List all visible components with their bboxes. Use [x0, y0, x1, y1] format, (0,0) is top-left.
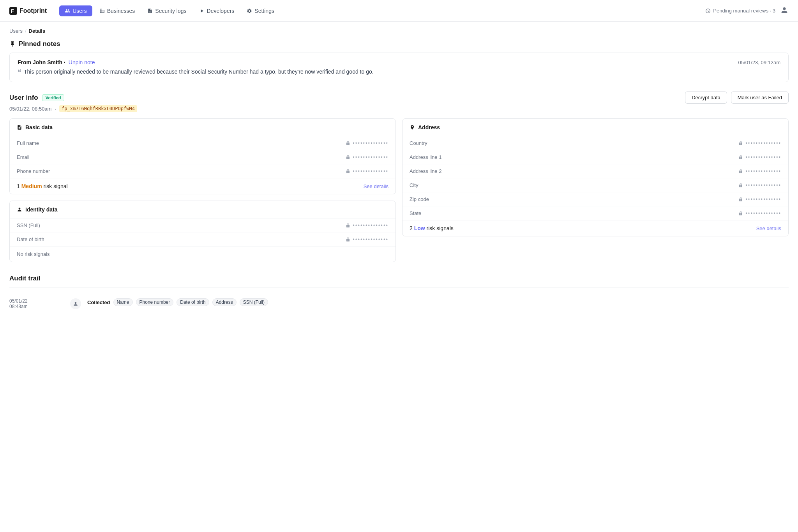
- identity-ssn-value: ••••••••••••••: [346, 222, 388, 228]
- nav-users-label: Users: [72, 8, 87, 14]
- identity-data-title: Identity data: [25, 206, 57, 213]
- identity-risk-text: No risk signals: [17, 251, 50, 257]
- lock-icon-3: [346, 169, 350, 174]
- decrypt-data-button[interactable]: Decrypt data: [685, 92, 727, 104]
- address-body: Country •••••••••••••• Address line 1 ••…: [403, 136, 788, 220]
- identity-data-header: Identity data: [10, 201, 395, 218]
- address-line1-row: Address line 1 ••••••••••••••: [403, 150, 788, 164]
- identity-dob-label: Date of birth: [17, 236, 44, 242]
- address-country-label: Country: [410, 140, 427, 146]
- address-zip-row: Zip code ••••••••••••••: [403, 192, 788, 206]
- address-risk-suffix: risk signals: [427, 225, 454, 231]
- basic-risk-level: Medium: [21, 183, 42, 189]
- nav-item-security-logs[interactable]: Security logs: [142, 5, 192, 16]
- nav-item-users[interactable]: Users: [59, 5, 92, 16]
- quote-icon: ❝: [18, 69, 21, 76]
- basic-see-details-link[interactable]: See details: [364, 183, 388, 189]
- basic-email-label: Email: [17, 154, 30, 160]
- lock-icon-11: [738, 211, 743, 216]
- identity-dob-row: Date of birth ••••••••••••••: [10, 233, 395, 246]
- nav-developers-label: Developers: [207, 8, 235, 14]
- basic-email-dots: ••••••••••••••: [353, 154, 388, 160]
- pinned-note-body: ❝ This person originally needed to be ma…: [18, 69, 780, 76]
- basic-full-name-row: Full name ••••••••••••••: [10, 136, 395, 150]
- audit-tag-phone: Phone number: [136, 298, 174, 306]
- address-line2-row: Address line 2 ••••••••••••••: [403, 164, 788, 178]
- nav-businesses-label: Businesses: [107, 8, 135, 14]
- lock-icon-8: [738, 169, 743, 174]
- audit-date: 05/01/22: [9, 298, 28, 304]
- address-city-value: ••••••••••••••: [738, 182, 781, 188]
- breadcrumb-parent[interactable]: Users: [9, 28, 23, 34]
- identity-ssn-label: SSN (Full): [17, 222, 40, 228]
- meta-separator: ·: [55, 106, 56, 112]
- pending-reviews-text: Pending manual reviews · 3: [713, 8, 775, 14]
- audit-title-text: Audit trail: [9, 275, 40, 282]
- address-country-value: ••••••••••••••: [738, 140, 781, 146]
- address-title: Address: [418, 124, 440, 130]
- address-country-row: Country ••••••••••••••: [403, 136, 788, 150]
- address-line1-value: ••••••••••••••: [738, 154, 781, 160]
- audit-content: Collected Name Phone number Date of birt…: [87, 298, 268, 306]
- basic-phone-value: ••••••••••••••: [346, 168, 388, 174]
- audit-tag-dob: Date of birth: [177, 298, 209, 306]
- identity-ssn-row: SSN (Full) ••••••••••••••: [10, 218, 395, 233]
- address-city-row: City ••••••••••••••: [403, 178, 788, 192]
- verified-badge: Verified: [42, 94, 65, 101]
- breadcrumb: Users / Details: [0, 22, 798, 37]
- collected-icon: [73, 301, 78, 307]
- user-actions: Decrypt data Mark user as Failed: [685, 92, 789, 104]
- basic-phone-label: Phone number: [17, 168, 50, 174]
- settings-icon: [247, 8, 252, 14]
- basic-risk-signal: 1 Medium risk signal: [17, 183, 68, 189]
- pin-icon: [9, 41, 16, 47]
- audit-circle: [70, 298, 81, 309]
- data-grid: Basic data Full name •••••••••••••• Emai…: [9, 118, 789, 262]
- nav-item-businesses[interactable]: Businesses: [94, 5, 141, 16]
- address-zip-label: Zip code: [410, 196, 429, 202]
- nav-settings-label: Settings: [254, 8, 274, 14]
- address-header: Address: [403, 119, 788, 136]
- unpin-link[interactable]: Unpin note: [69, 59, 95, 65]
- address-line2-label: Address line 2: [410, 168, 441, 174]
- address-state-label: State: [410, 210, 421, 216]
- fp-id[interactable]: fp_xm7T6MqhfRBkxL0DPOpfwM4: [59, 105, 137, 112]
- basic-email-value: ••••••••••••••: [346, 154, 388, 160]
- address-risk-signal: 2 Low risk signals: [410, 225, 454, 231]
- user-meta-date: 05/01/22, 08:50am: [9, 106, 51, 112]
- address-see-details-link[interactable]: See details: [756, 225, 781, 231]
- address-state-value: ••••••••••••••: [738, 210, 781, 216]
- user-account-button[interactable]: [780, 6, 789, 16]
- nav-item-settings[interactable]: Settings: [241, 5, 280, 16]
- pinned-note-header: From John Smith · Unpin note 05/01/23, 0…: [18, 59, 780, 65]
- address-risk-level: Low: [414, 225, 425, 231]
- basic-full-name-label: Full name: [17, 140, 39, 146]
- nav-item-developers[interactable]: Developers: [194, 5, 240, 16]
- address-card: Address Country •••••••••••••• Address l…: [402, 118, 789, 236]
- basic-full-name-dots: ••••••••••••••: [353, 140, 388, 146]
- basic-risk-count: 1: [17, 183, 20, 189]
- identity-icon: [17, 207, 22, 212]
- basic-email-row: Email ••••••••••••••: [10, 150, 395, 164]
- audit-hour: 08:48am: [9, 304, 28, 309]
- basic-full-name-value: ••••••••••••••: [346, 140, 388, 146]
- top-navigation: F Footprint Users Businesses Security lo…: [0, 0, 798, 22]
- pending-reviews-badge[interactable]: Pending manual reviews · 3: [705, 8, 775, 14]
- mark-failed-button[interactable]: Mark user as Failed: [731, 92, 789, 104]
- identity-data-body: SSN (Full) •••••••••••••• Date of birth …: [10, 218, 395, 246]
- user-info-title: User info: [9, 94, 38, 102]
- basic-data-icon: [17, 125, 22, 130]
- identity-data-card: Identity data SSN (Full) •••••••••••••• …: [9, 201, 396, 262]
- address-zip-value: ••••••••••••••: [738, 196, 781, 202]
- basic-data-footer: 1 Medium risk signal See details: [10, 178, 395, 194]
- nav-security-logs-label: Security logs: [155, 8, 186, 14]
- pinned-note-from: From John Smith · Unpin note: [18, 59, 95, 65]
- audit-tag-ssn: SSN (Full): [240, 298, 268, 306]
- user-info-header: User info Verified Decrypt data Mark use…: [9, 92, 789, 104]
- audit-timestamp: 05/01/22 08:48am: [9, 298, 64, 309]
- basic-data-header: Basic data: [10, 119, 395, 136]
- clock-icon: [705, 8, 711, 14]
- audit-time-inner: 05/01/22 08:48am: [9, 298, 28, 309]
- address-city-label: City: [410, 182, 418, 188]
- lock-icon-5: [346, 237, 350, 242]
